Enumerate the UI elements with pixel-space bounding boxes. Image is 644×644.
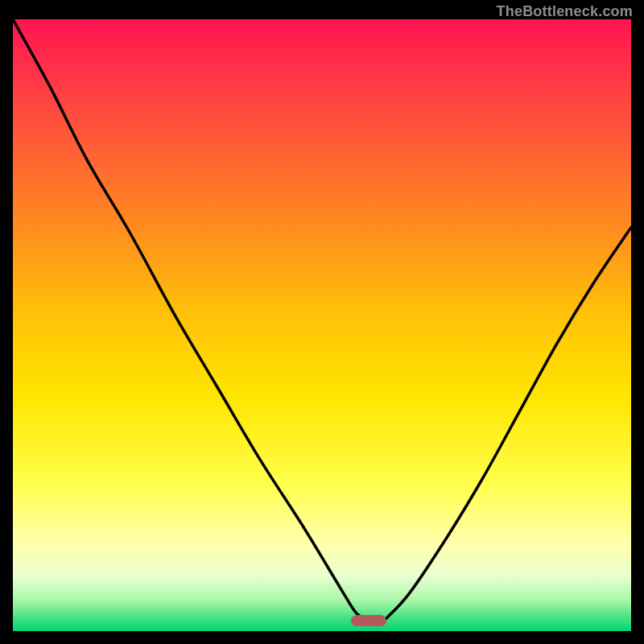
watermark-text: TheBottleneck.com <box>497 3 633 20</box>
chart-frame: TheBottleneck.com <box>0 0 644 644</box>
curve-left-branch <box>13 19 369 621</box>
curve-right-branch <box>384 227 631 621</box>
optimal-point-marker <box>351 615 386 626</box>
bottleneck-curve <box>13 19 631 631</box>
plot-area <box>13 19 631 631</box>
